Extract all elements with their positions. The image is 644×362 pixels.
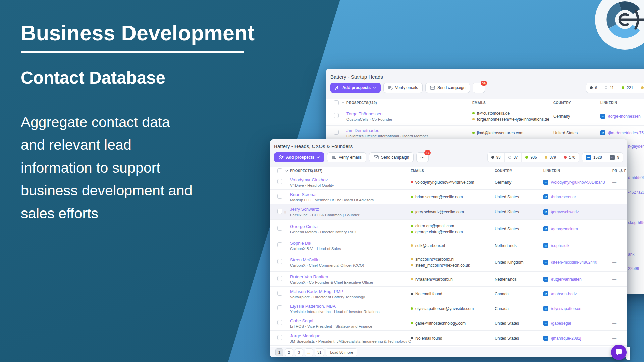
row-checkbox[interactable] <box>277 179 282 184</box>
column-country[interactable]: COUNTRY <box>553 101 600 105</box>
status-count-dark[interactable]: 6 <box>586 83 601 93</box>
drag-handle-icon[interactable]: ⠿ <box>284 210 286 214</box>
linkedin-icon: in <box>586 155 591 160</box>
column-settings-icon[interactable] <box>619 169 623 173</box>
row-checkbox[interactable] <box>277 305 282 310</box>
page-button-1[interactable]: 1 <box>275 348 283 356</box>
verify-emails-button[interactable]: Verify emails <box>327 152 366 162</box>
prospect-name-link[interactable]: Volodymyr Glukhov <box>290 177 411 182</box>
column-emails[interactable]: EMAILS <box>411 169 495 173</box>
prospect-name-link[interactable]: George Cintra <box>290 224 411 229</box>
linkedin-link[interactable]: /rutgervanraalten <box>551 277 582 282</box>
linkedin-link[interactable]: /elyssiapatterson <box>551 306 581 311</box>
status-count-red[interactable]: 170 <box>560 153 579 162</box>
prospect-name-link[interactable]: Gabe Segal <box>290 318 411 323</box>
more-actions-button[interactable]: ⋯ 37 <box>416 152 429 162</box>
page-button-...[interactable]: ... <box>305 348 313 356</box>
row-checkbox[interactable] <box>277 242 282 247</box>
prospect-name-link[interactable]: Elyssia Patterson, MBA <box>290 304 411 309</box>
row-checkbox[interactable] <box>277 226 282 231</box>
linkedin-icon: in <box>610 155 615 160</box>
column-country[interactable]: COUNTRY <box>495 169 543 173</box>
table-row[interactable]: Elyssia Patterson, MBAYnvisible Interact… <box>270 301 627 316</box>
table-row[interactable]: Jim DemetriadesChildren's Lifeline Inter… <box>326 126 644 140</box>
table-row[interactable]: ⠿Jerry SchwartzEcellix Inc. · CEO & Chai… <box>270 204 627 220</box>
row-checkbox[interactable] <box>277 209 282 214</box>
linkedin-link[interactable]: /gabesegal <box>551 321 571 326</box>
table-row[interactable]: Rutger Van RaaltenCarbonX · Co-Founder &… <box>270 272 627 287</box>
prospect-name-link[interactable]: Mohsen Badv, M.Eng, PMP <box>290 289 411 294</box>
select-all-checkbox[interactable] <box>334 100 339 105</box>
linkedin-link[interactable]: /jim-demetriades-7527b62 <box>608 131 644 135</box>
page-button-3[interactable]: 3 <box>295 348 303 356</box>
prospect-name-link[interactable]: Rutger Van Raalten <box>290 274 411 279</box>
status-count-green[interactable]: 221 <box>618 83 637 93</box>
add-prospects-button[interactable]: Add prospects <box>330 83 381 93</box>
chat-button[interactable] <box>611 345 627 360</box>
linkedin-link[interactable]: /mohsen-badv <box>551 292 577 296</box>
table-row[interactable]: Mohsen Badv, M.Eng, PMPVoltaXplore · Dir… <box>270 287 627 301</box>
prospect-name-link[interactable]: Jim Demetriades <box>346 128 472 133</box>
table-row[interactable]: Brian ScrenarMarkup LLC · Member Of The … <box>270 190 627 204</box>
select-all-checkbox[interactable] <box>277 168 282 173</box>
country: United States <box>495 227 543 231</box>
prospect-name-link[interactable]: Sophie Dik <box>290 241 411 246</box>
verify-emails-button[interactable]: Verify emails <box>383 83 423 93</box>
linkedin-link[interactable]: /jmanrique-2082j <box>551 336 581 341</box>
load-more-button[interactable]: Load 50 more <box>326 348 357 356</box>
prospect-name-link[interactable]: Torge Thönnessen <box>346 111 472 116</box>
verify-emails-label: Verify emails <box>395 85 418 90</box>
status-count-yellow[interactable]: 111 <box>637 83 644 93</box>
column-linkedin[interactable]: LINKEDIN <box>600 101 644 105</box>
table-row[interactable]: Steen McCollinCarbonX · Chief Commercial… <box>270 253 627 272</box>
chevron-down-icon[interactable] <box>285 170 290 172</box>
table-row[interactable]: Torge ThönnessenCustomCells · Co-Founder… <box>326 107 644 126</box>
row-checkbox[interactable] <box>334 130 339 135</box>
table-row[interactable]: Sophie DikCarbonX B.V. · Head of Salessd… <box>270 238 627 253</box>
prospect-name-link[interactable]: Steen McCollin <box>290 257 411 262</box>
status-count-open[interactable]: 37 <box>504 153 522 162</box>
chevron-down-icon[interactable] <box>342 102 346 104</box>
prospect-name-link[interactable]: Brian Screnar <box>290 192 411 197</box>
page-button-31[interactable]: 31 <box>315 348 324 356</box>
status-count-yellow[interactable]: 379 <box>541 153 560 162</box>
row-checkbox[interactable] <box>277 320 282 325</box>
column-prospects[interactable]: PROSPECTS(319) <box>346 101 472 105</box>
linkedin-link[interactable]: /torge-thönnessen <box>608 114 641 119</box>
row-checkbox[interactable] <box>277 259 282 264</box>
linkedin-link[interactable]: /jerrywschwartz <box>551 209 579 214</box>
column-emails[interactable]: EMAILS <box>472 101 553 105</box>
prospect-org: LiTHOS · Vice President - Strategy and F… <box>290 324 411 328</box>
linkedin-link[interactable]: /volodymyr-glukhov-5014ba43 <box>551 180 605 185</box>
row-checkbox[interactable] <box>277 291 282 296</box>
table-row[interactable]: Jorge ManriqueJM Specialists · President… <box>270 331 627 346</box>
linkedin-link[interactable]: /brian-screnar <box>551 195 576 199</box>
page-button-2[interactable]: 2 <box>285 348 293 356</box>
status-count-dark[interactable]: 93 <box>488 153 504 162</box>
linkedin-link[interactable]: /georgemcintra <box>551 227 578 231</box>
column-prospects[interactable]: PROSPECTS(1537) <box>290 169 411 173</box>
row-checkbox[interactable] <box>277 276 282 281</box>
table-row[interactable]: Volodymyr GlukhovV4Drive · Head of Quali… <box>270 175 627 190</box>
send-campaign-button[interactable]: Send campaign <box>425 83 470 93</box>
row-checkbox[interactable] <box>277 335 282 340</box>
status-count-green[interactable]: 935 <box>521 153 540 162</box>
row-checkbox[interactable] <box>277 194 282 199</box>
table-row[interactable]: Gabe SegalLiTHOS · Vice President - Stra… <box>270 316 627 331</box>
send-campaign-button[interactable]: Send campaign <box>369 152 414 162</box>
prospect-name-link[interactable]: Jerry Schwartz <box>290 207 411 212</box>
status-dot-icon <box>641 86 644 89</box>
add-prospects-button[interactable]: Add prospects <box>274 152 324 162</box>
phone-cell: — <box>612 260 627 265</box>
table-row[interactable]: George CintraGeneral Motors · Director B… <box>270 220 627 238</box>
linkedin-link[interactable]: /sophiedik <box>551 243 569 248</box>
column-extra[interactable]: PR <box>612 169 618 173</box>
status-count-open[interactable]: 11 <box>601 83 618 93</box>
linkedin-link[interactable]: /steen-mccollin-34862440 <box>551 260 597 265</box>
prospect-name-link[interactable]: Jorge Manrique <box>290 333 411 338</box>
linkedin-count-gray[interactable]: in9 <box>606 153 623 162</box>
column-linkedin[interactable]: LINKEDIN <box>543 169 612 173</box>
linkedin-count-blue[interactable]: in1528 <box>582 153 606 162</box>
row-checkbox[interactable] <box>334 113 339 118</box>
more-actions-button[interactable]: ⋯ 36 <box>473 83 485 93</box>
